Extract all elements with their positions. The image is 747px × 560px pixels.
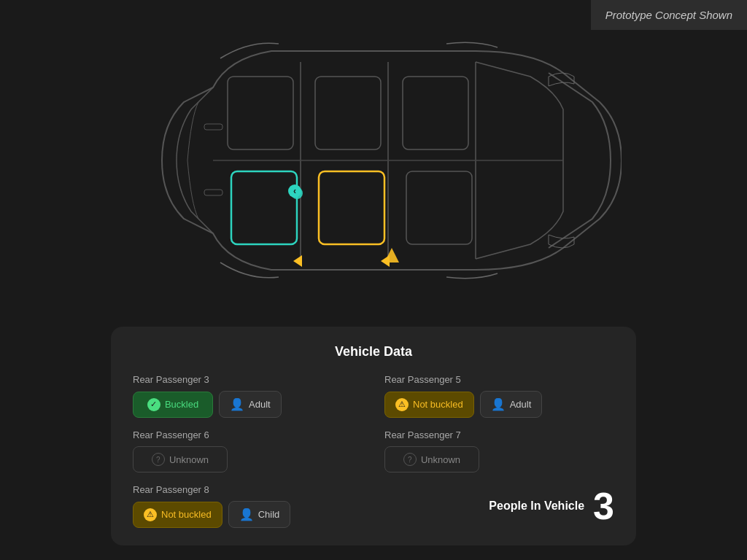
svg-rect-7 [231,171,297,244]
svg-marker-14 [381,255,390,267]
svg-rect-17 [204,124,222,130]
passenger-8-label: Rear Passenger 8 [133,484,363,495]
passenger-5-section: Rear Passenger 5 ⚠ Not buckled 👤 Adult [384,374,614,418]
passenger-7-badges: ? Unknown [384,446,614,472]
passenger-6-section: Rear Passenger 6 ? Unknown [133,429,363,472]
svg-rect-4 [228,77,293,149]
person-icon: 👤 [230,397,244,411]
passenger-6-status-badge: ? Unknown [133,446,228,472]
passenger-7-section: Rear Passenger 7 ? Unknown [384,429,614,472]
passenger-8-status-badge: ⚠ Not buckled [133,502,222,528]
passenger-5-type-text: Adult [510,399,532,410]
passenger-8-type-badge: 👤 Child [228,501,291,528]
passenger-7-status-badge: ? Unknown [384,446,479,472]
passenger-8-status-text: Not buckled [161,509,212,520]
bottom-row: Rear Passenger 8 ⚠ Not buckled 👤 Child P… [133,484,614,528]
question-icon: ? [152,453,165,466]
passengers-grid: Rear Passenger 3 ✓ Buckled 👤 Adult Rear … [133,374,614,472]
passenger-5-type-badge: 👤 Adult [480,391,543,418]
svg-rect-18 [204,190,222,195]
passenger-3-type-badge: 👤 Adult [219,391,282,418]
car-diagram: › ‹ [0,15,747,306]
people-in-vehicle-count: 3 [593,487,614,525]
person-icon: 👤 [491,397,506,411]
passenger-8-badges: ⚠ Not buckled 👤 Child [133,501,363,528]
passenger-3-badges: ✓ Buckled 👤 Adult [133,391,363,418]
passenger-3-type-text: Adult [249,399,271,410]
passenger-3-label: Rear Passenger 3 [133,374,363,385]
svg-rect-12 [406,171,472,244]
passenger-3-status-text: Buckled [165,399,198,410]
people-in-vehicle-label: People In Vehicle [489,499,584,513]
passenger-5-label: Rear Passenger 5 [384,374,614,385]
svg-rect-6 [403,77,468,149]
warning-icon: ⚠ [395,398,409,411]
panel-title: Vehicle Data [133,344,614,359]
passenger-5-badges: ⚠ Not buckled 👤 Adult [384,391,614,418]
svg-marker-13 [293,255,302,267]
warning-icon: ⚠ [144,508,157,521]
prototype-label: Prototype Concept Shown [591,0,747,30]
passenger-3-status-badge: ✓ Buckled [133,392,213,418]
passenger-8-section: Rear Passenger 8 ⚠ Not buckled 👤 Child [133,484,363,528]
people-in-vehicle: People In Vehicle 3 [384,487,614,525]
person-icon: 👤 [239,508,254,521]
passenger-5-status-text: Not buckled [413,399,463,410]
svg-text:‹: ‹ [293,186,296,196]
passenger-6-label: Rear Passenger 6 [133,429,363,440]
passenger-7-status-text: Unknown [421,454,460,465]
svg-rect-10 [319,171,384,244]
vehicle-data-panel: Vehicle Data Rear Passenger 3 ✓ Buckled … [111,327,636,545]
passenger-5-status-badge: ⚠ Not buckled [384,392,474,418]
check-icon: ✓ [147,398,160,411]
question-icon: ? [403,453,417,466]
passenger-3-section: Rear Passenger 3 ✓ Buckled 👤 Adult [133,374,363,418]
passenger-6-badges: ? Unknown [133,446,363,472]
svg-rect-5 [315,77,381,149]
passenger-7-label: Rear Passenger 7 [384,429,614,440]
passenger-6-status-text: Unknown [169,454,209,465]
passenger-8-type-text: Child [258,509,280,520]
